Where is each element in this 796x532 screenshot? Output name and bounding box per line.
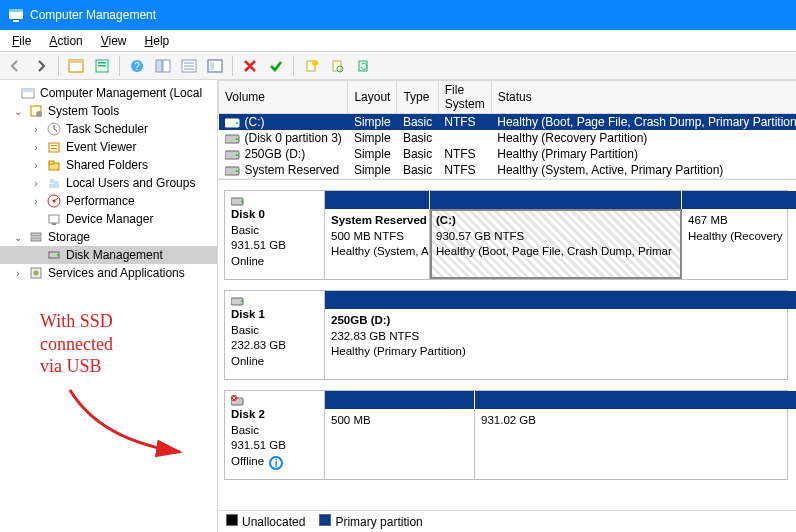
col-filesystem[interactable]: File System <box>438 81 491 114</box>
svg-rect-33 <box>49 161 54 164</box>
volume-table[interactable]: Volume Layout Type File System Status (C… <box>218 80 796 178</box>
tree-label: Storage <box>48 230 90 244</box>
menu-action[interactable]: Action <box>41 32 90 50</box>
tree-system-tools[interactable]: ⌄ System Tools <box>0 102 217 120</box>
svg-point-58 <box>241 301 243 303</box>
toolbar-separator <box>232 56 233 76</box>
check-button[interactable] <box>265 55 287 77</box>
svg-rect-4 <box>69 60 83 63</box>
toolbar-separator <box>293 56 294 76</box>
svg-text:?: ? <box>134 61 140 72</box>
svg-rect-40 <box>52 223 56 225</box>
tree-label: Device Manager <box>66 212 153 226</box>
svg-point-56 <box>241 201 243 203</box>
tree-root[interactable]: Computer Management (Local <box>0 84 217 102</box>
toolbar-separator <box>119 56 120 76</box>
nav-tree[interactable]: Computer Management (Local ⌄ System Tool… <box>0 80 218 532</box>
tree-label: Event Viewer <box>66 140 136 154</box>
partition[interactable]: 931.02 GB <box>475 409 796 479</box>
partition[interactable]: 467 MBHealthy (Recovery <box>682 209 796 279</box>
tree-label: Services and Applications <box>48 266 185 280</box>
views-button[interactable] <box>65 55 87 77</box>
svg-point-52 <box>236 154 238 156</box>
find-button[interactable] <box>326 55 348 77</box>
delete-button[interactable] <box>239 55 261 77</box>
svg-rect-29 <box>49 143 59 152</box>
svg-rect-31 <box>51 148 57 149</box>
tree-event-viewer[interactable]: ›Event Viewer <box>0 138 217 156</box>
show-hide-button[interactable] <box>152 55 174 77</box>
app-icon <box>8 7 24 23</box>
svg-point-20 <box>312 60 318 66</box>
tree-label: Task Scheduler <box>66 122 148 136</box>
svg-rect-18 <box>210 62 214 70</box>
svg-point-27 <box>36 111 42 117</box>
svg-rect-7 <box>98 65 106 67</box>
svg-rect-11 <box>163 60 170 72</box>
disk-row[interactable]: Disk 2Basic931.51 GBOffline i500 MB931.0… <box>224 390 788 480</box>
partition[interactable]: 250GB (D:)232.83 GB NTFSHealthy (Primary… <box>325 309 796 379</box>
back-button[interactable] <box>4 55 26 77</box>
volume-row[interactable]: (C:)SimpleBasicNTFSHealthy (Boot, Page F… <box>219 114 797 131</box>
svg-point-50 <box>236 138 238 140</box>
svg-rect-6 <box>98 62 106 64</box>
toolbar-separator <box>58 56 59 76</box>
menu-help[interactable]: Help <box>137 32 178 50</box>
disk-info[interactable]: Disk 1Basic232.83 GBOnline <box>225 291 325 379</box>
tree-storage[interactable]: ⌄Storage <box>0 228 217 246</box>
menu-view[interactable]: View <box>93 32 135 50</box>
menu-file[interactable]: File <box>4 32 39 50</box>
tree-root-label: Computer Management (Local <box>40 86 202 100</box>
disk-graphical-view[interactable]: Disk 0Basic931.51 GBOnlineSystem Reserve… <box>218 180 796 510</box>
svg-rect-36 <box>49 184 59 188</box>
disk-info[interactable]: Disk 2Basic931.51 GBOffline i <box>225 391 325 479</box>
refresh-button[interactable] <box>352 55 374 77</box>
svg-rect-42 <box>31 238 41 241</box>
window-title: Computer Management <box>30 8 156 22</box>
menu-bar: File Action View Help <box>0 30 796 52</box>
svg-point-54 <box>236 170 238 172</box>
svg-rect-41 <box>31 233 41 236</box>
tree-local-users[interactable]: ›Local Users and Groups <box>0 174 217 192</box>
info-icon[interactable]: i <box>269 456 283 470</box>
tree-device-manager[interactable]: Device Manager <box>0 210 217 228</box>
legend-unallocated: Unallocated <box>226 514 305 529</box>
volume-list[interactable]: Volume Layout Type File System Status (C… <box>218 80 796 180</box>
tree-shared-folders[interactable]: ›Shared Folders <box>0 156 217 174</box>
content-pane: Volume Layout Type File System Status (C… <box>218 80 796 532</box>
tree-label: Shared Folders <box>66 158 148 172</box>
disk-info[interactable]: Disk 0Basic931.51 GBOnline <box>225 191 325 279</box>
volume-row[interactable]: 250GB (D:)SimpleBasicNTFSHealthy (Primar… <box>219 146 797 162</box>
svg-rect-1 <box>9 9 23 12</box>
volume-row[interactable]: System ReservedSimpleBasicNTFSHealthy (S… <box>219 162 797 178</box>
col-volume[interactable]: Volume <box>219 81 348 114</box>
svg-rect-39 <box>49 215 59 223</box>
tree-disk-management[interactable]: Disk Management <box>0 246 217 264</box>
col-status[interactable]: Status <box>491 81 796 114</box>
legend-primary: Primary partition <box>319 514 422 529</box>
help-button[interactable]: ? <box>126 55 148 77</box>
forward-button[interactable] <box>30 55 52 77</box>
list-button[interactable] <box>178 55 200 77</box>
partition[interactable]: (C:)930.57 GB NTFSHealthy (Boot, Page Fi… <box>430 209 682 279</box>
col-layout[interactable]: Layout <box>348 81 397 114</box>
console-button[interactable] <box>204 55 226 77</box>
partition[interactable]: System Reserved500 MB NTFSHealthy (Syste… <box>325 209 430 279</box>
svg-rect-25 <box>22 89 34 92</box>
disk-row[interactable]: Disk 1Basic232.83 GBOnline250GB (D:)232.… <box>224 290 788 380</box>
new-button[interactable] <box>300 55 322 77</box>
legend: Unallocated Primary partition <box>218 510 796 532</box>
tree-performance[interactable]: ›Performance <box>0 192 217 210</box>
svg-point-44 <box>57 254 59 256</box>
title-bar: Computer Management <box>0 0 796 30</box>
col-type[interactable]: Type <box>397 81 438 114</box>
toolbar: ? <box>0 52 796 80</box>
svg-point-46 <box>34 271 39 276</box>
svg-rect-30 <box>51 145 57 146</box>
partition[interactable]: 500 MB <box>325 409 475 479</box>
tree-services-apps[interactable]: ›Services and Applications <box>0 264 217 282</box>
volume-row[interactable]: (Disk 0 partition 3)SimpleBasicHealthy (… <box>219 130 797 146</box>
tree-task-scheduler[interactable]: ›Task Scheduler <box>0 120 217 138</box>
properties-button[interactable] <box>91 55 113 77</box>
disk-row[interactable]: Disk 0Basic931.51 GBOnlineSystem Reserve… <box>224 190 788 280</box>
